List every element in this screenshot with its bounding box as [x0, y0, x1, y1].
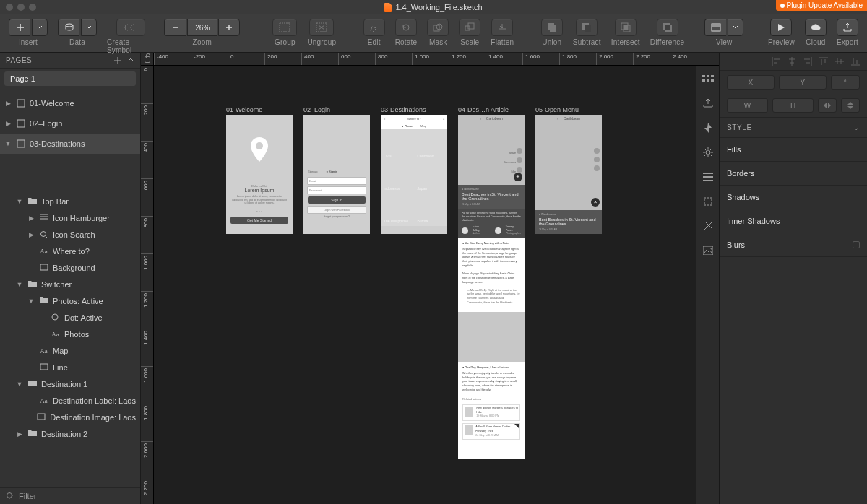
artboard-ab3[interactable]: ≡Where to?⌕ ● PhotosMap LaosCaribbean In…	[381, 115, 447, 234]
filter-row[interactable]: Filter	[0, 487, 140, 504]
export-button[interactable]	[837, 19, 858, 36]
artboard-label[interactable]: 05-Open Menu	[535, 106, 579, 113]
artboard-ab1[interactable]: Dolores Shit Lorem Ipsum Lorem ipsum dol…	[226, 115, 293, 234]
align-tools-icon[interactable]	[701, 71, 715, 86]
layer-label: Dot: Active	[64, 313, 103, 322]
data-menu-chevron[interactable]	[81, 19, 97, 36]
position-row: X Y °	[720, 71, 867, 94]
zoom-group: 26% Zoom	[164, 19, 240, 46]
layer-row[interactable]: AaMap	[0, 342, 140, 359]
shadows-section[interactable]: Shadows	[720, 186, 867, 209]
artboard-label[interactable]: 02–Login	[303, 106, 330, 113]
layer-row[interactable]: ▼Destination 1	[0, 375, 140, 392]
blurs-section[interactable]: Blurs	[720, 233, 867, 257]
close-icon[interactable]	[6, 4, 13, 11]
layer-row[interactable]: Dot: Active	[0, 309, 140, 326]
resize-icon[interactable]	[701, 194, 715, 209]
artboard-ab4[interactable]: ‹ Caribbean Share Comments Like + ● Wand…	[458, 115, 525, 459]
borders-section[interactable]: Borders	[720, 162, 867, 186]
edit-button[interactable]	[363, 19, 385, 36]
inner-shadows-section[interactable]: Inner Shadows	[720, 209, 867, 233]
style-header[interactable]: STYLE⌄	[720, 117, 867, 138]
view-menu-chevron[interactable]	[728, 19, 743, 36]
view-button[interactable]	[704, 19, 726, 36]
insert-group: Insert	[9, 19, 48, 46]
layer-label: Destination Label: Laos	[53, 396, 136, 405]
zoom-level[interactable]: 26%	[187, 19, 217, 36]
collapse-pages-icon[interactable]	[127, 57, 134, 64]
artboard-icon	[16, 119, 25, 129]
page-row-1[interactable]: Page 1	[4, 71, 136, 86]
add-page-icon[interactable]	[114, 57, 121, 64]
flatten-button[interactable]	[491, 19, 513, 36]
subtract-button[interactable]	[576, 19, 598, 36]
window-controls[interactable]	[6, 4, 36, 11]
layer-row[interactable]: ▶01-Welcome	[0, 93, 140, 113]
x-field[interactable]: X	[727, 75, 775, 90]
zoom-out-button[interactable]	[164, 19, 186, 36]
layer-row[interactable]: AaDestination Label: Laos	[0, 392, 140, 409]
artboard-ab5[interactable]: ‹ Caribbean × ● Wanderazine Best Beaches…	[535, 115, 602, 234]
layer-row[interactable]: Background	[0, 259, 140, 276]
slice-icon[interactable]	[701, 219, 715, 233]
insert-menu-chevron[interactable]	[32, 19, 48, 36]
layer-row[interactable]: ▶Icon Search	[0, 226, 140, 243]
svg-rect-5	[465, 26, 470, 30]
mask-button[interactable]	[427, 19, 449, 36]
layer-row[interactable]: ▶Destination 2	[0, 425, 140, 442]
align-left-icon[interactable]	[772, 57, 780, 66]
scale-button[interactable]	[459, 19, 480, 36]
canvas-viewport[interactable]: 01-Welcome Dolores Shit Lorem Ipsum Lore…	[154, 66, 696, 504]
flip-v-icon[interactable]	[841, 98, 860, 113]
prototype-icon[interactable]	[701, 121, 715, 135]
intersect-button[interactable]	[615, 19, 637, 36]
list-view-icon[interactable]	[701, 170, 715, 184]
layer-row[interactable]: ▶Icon Hamburger	[0, 209, 140, 226]
layer-row[interactable]: Line	[0, 359, 140, 375]
align-right-icon[interactable]	[803, 57, 812, 66]
layer-row[interactable]: ▼03-Destinations	[0, 134, 140, 154]
create-symbol-button[interactable]	[116, 19, 145, 36]
insert-button[interactable]	[9, 19, 30, 36]
settings-gear-icon[interactable]	[701, 145, 715, 160]
h-field[interactable]: H	[772, 98, 814, 113]
align-bottom-icon[interactable]	[851, 57, 860, 66]
zoom-in-button[interactable]	[218, 19, 240, 36]
align-hcenter-icon[interactable]	[788, 57, 796, 66]
ruler-lock-icon[interactable]	[141, 53, 154, 65]
layer-row[interactable]: AaWhere to?	[0, 243, 140, 259]
layer-row[interactable]: ▼Photos: Active	[0, 292, 140, 309]
union-button[interactable]	[541, 19, 563, 36]
rotation-field[interactable]: °	[831, 75, 860, 90]
group-button[interactable]	[272, 19, 297, 36]
data-button[interactable]	[58, 19, 79, 36]
image-fill-icon[interactable]: +	[701, 243, 715, 258]
svg-rect-16	[665, 25, 670, 30]
layer-list: ▶01-Welcome▶02–Login▼03-Destinations▼Top…	[0, 93, 140, 487]
difference-button[interactable]	[657, 19, 678, 36]
svg-rect-22	[40, 264, 48, 270]
ungroup-button[interactable]	[309, 19, 334, 36]
y-field[interactable]: Y	[779, 75, 827, 90]
layer-row[interactable]: ▼Top Bar	[0, 193, 140, 209]
layer-row[interactable]: AaPhotos	[0, 326, 140, 342]
cloud-button[interactable]	[805, 19, 827, 36]
layer-row[interactable]: ▶02–Login	[0, 113, 140, 134]
artboard-label[interactable]: 03-Destinations	[381, 106, 426, 113]
artboard-label[interactable]: 01-Welcome	[226, 106, 262, 113]
layer-row[interactable]: Destination Image: Laos	[0, 409, 140, 425]
fills-section[interactable]: Fills	[720, 138, 867, 162]
preview-button[interactable]	[770, 19, 792, 36]
flip-h-icon[interactable]	[818, 98, 837, 113]
align-top-icon[interactable]	[819, 57, 828, 66]
align-vcenter-icon[interactable]	[835, 57, 844, 66]
export-share-icon[interactable]	[701, 96, 715, 110]
plugin-update-badge[interactable]: Plugin Update Available	[776, 0, 867, 11]
w-field[interactable]: W	[727, 98, 768, 113]
artboard-label[interactable]: 04-Des…n Article	[458, 106, 509, 113]
minimize-icon[interactable]	[17, 4, 25, 11]
rotate-button[interactable]	[395, 19, 417, 36]
fullscreen-icon[interactable]	[29, 4, 36, 11]
layer-row[interactable]: ▼Switcher	[0, 276, 140, 292]
artboard-ab2[interactable]: Sign up● Sign in Email Password Sign In …	[303, 115, 370, 234]
